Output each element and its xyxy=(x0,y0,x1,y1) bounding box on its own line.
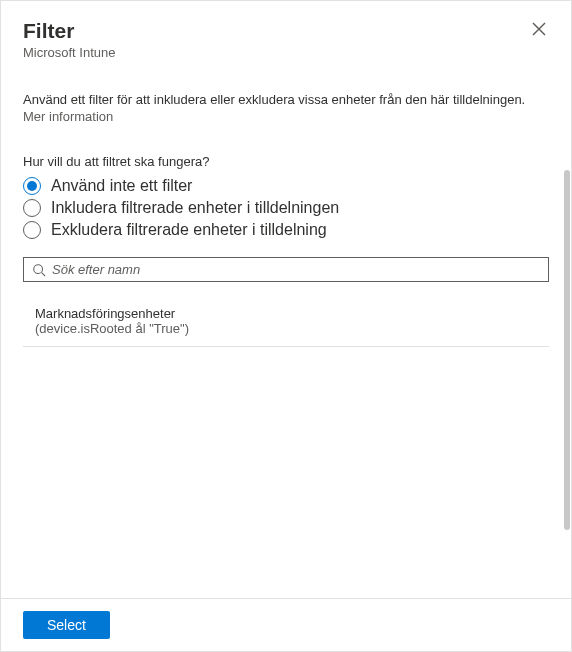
radio-option-exclude[interactable]: Exkludera filtrerade enheter i tilldelni… xyxy=(23,219,549,241)
panel-content: Använd ett filter för att inkludera elle… xyxy=(1,70,571,598)
radio-label: Inkludera filtrerade enheter i tilldelni… xyxy=(51,199,339,217)
filter-item-rule: (device.isRooted ål "True") xyxy=(35,321,541,336)
panel-footer: Select xyxy=(1,598,571,651)
filter-list: Marknadsföringsenheter (device.isRooted … xyxy=(23,300,549,347)
filter-question: Hur vill du att filtret ska fungera? xyxy=(23,154,549,169)
radio-option-no-filter[interactable]: Använd inte ett filter xyxy=(23,175,549,197)
search-box[interactable] xyxy=(23,257,549,282)
select-button[interactable]: Select xyxy=(23,611,110,639)
svg-line-3 xyxy=(42,272,46,276)
search-input[interactable] xyxy=(52,262,540,277)
scrollbar[interactable] xyxy=(564,170,570,530)
filter-list-item[interactable]: Marknadsföringsenheter (device.isRooted … xyxy=(23,300,549,346)
radio-circle-icon xyxy=(23,221,41,239)
close-button[interactable] xyxy=(529,19,549,39)
panel-title: Filter xyxy=(23,19,549,43)
radio-label: Använd inte ett filter xyxy=(51,177,192,195)
filter-mode-radio-group: Använd inte ett filter Inkludera filtrer… xyxy=(23,175,549,241)
panel-header: Filter Microsoft Intune xyxy=(1,1,571,70)
panel-subtitle: Microsoft Intune xyxy=(23,45,549,60)
radio-circle-icon xyxy=(23,199,41,217)
radio-option-include[interactable]: Inkludera filtrerade enheter i tilldelni… xyxy=(23,197,549,219)
close-icon xyxy=(532,22,546,36)
radio-circle-icon xyxy=(23,177,41,195)
search-icon xyxy=(32,263,46,277)
radio-label: Exkludera filtrerade enheter i tilldelni… xyxy=(51,221,327,239)
more-info-link[interactable]: Mer information xyxy=(23,109,549,124)
svg-point-2 xyxy=(34,264,43,273)
filter-item-name: Marknadsföringsenheter xyxy=(35,306,541,321)
filter-panel: Filter Microsoft Intune Använd ett filte… xyxy=(0,0,572,652)
description-text: Använd ett filter för att inkludera elle… xyxy=(23,70,549,107)
